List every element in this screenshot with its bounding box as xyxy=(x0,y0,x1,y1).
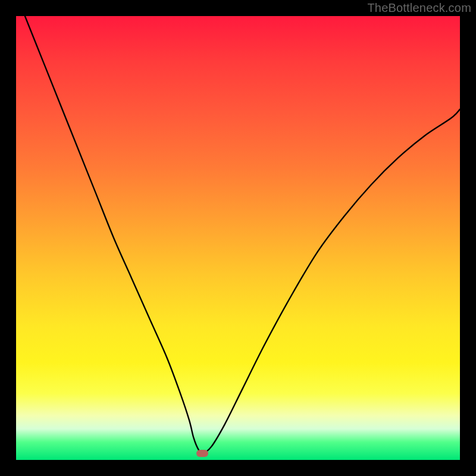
watermark-text: TheBottleneck.com xyxy=(367,1,471,15)
minimum-marker xyxy=(196,450,208,457)
chart-frame: TheBottleneck.com xyxy=(0,0,476,476)
plot-area xyxy=(16,16,460,460)
bottleneck-curve xyxy=(16,16,460,460)
